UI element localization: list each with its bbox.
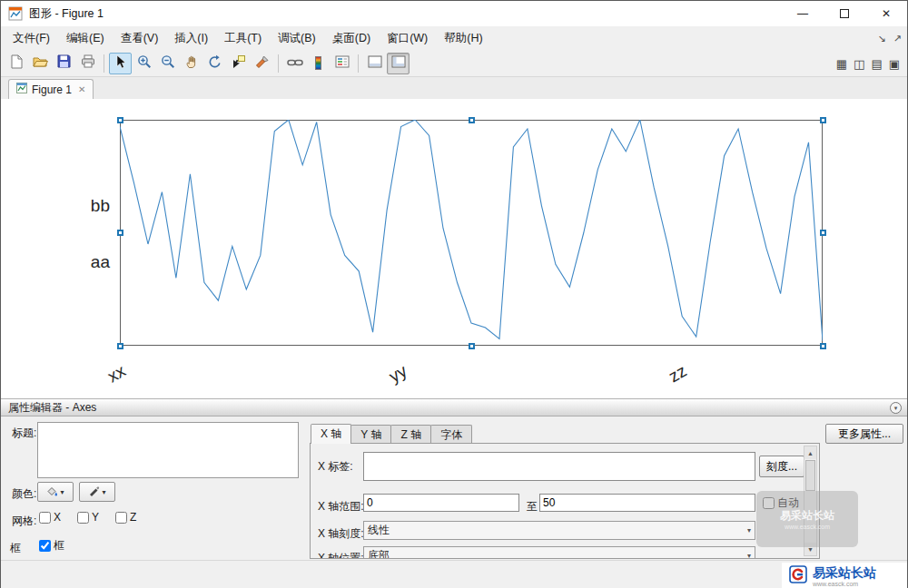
figure-toolbar: ▦ ◫ ▤ ▣ bbox=[1, 50, 907, 77]
tab-figure1[interactable]: Figure 1 ✕ bbox=[8, 79, 94, 99]
rotate-3d-button[interactable] bbox=[203, 53, 226, 74]
save-figure-button[interactable] bbox=[53, 53, 75, 74]
selection-handle-bottom-center[interactable] bbox=[469, 343, 475, 349]
brand-logo-icon bbox=[789, 565, 807, 587]
open-file-button[interactable] bbox=[29, 53, 52, 74]
brand-name: 易采站长站 bbox=[813, 566, 876, 579]
minimize-button[interactable]: — bbox=[782, 1, 824, 26]
scroll-thumb[interactable] bbox=[805, 460, 815, 491]
menu-item-insert[interactable]: 插入(I) bbox=[166, 26, 216, 50]
scroll-down-icon[interactable]: ▼ bbox=[804, 543, 816, 555]
menu-item-help[interactable]: 帮助(H) bbox=[436, 26, 490, 50]
layout-grid-icon[interactable]: ▦ bbox=[836, 57, 847, 71]
face-color-button[interactable]: ▾ bbox=[37, 482, 74, 502]
property-editor-title: 属性编辑器 - Axes bbox=[8, 400, 96, 416]
menu-item-window[interactable]: 窗口(W) bbox=[379, 26, 436, 50]
grid-x-checkbox[interactable]: X bbox=[39, 511, 61, 524]
dropdown-arrow-icon: ▾ bbox=[747, 526, 751, 534]
pan-button[interactable] bbox=[180, 53, 202, 74]
figure-tab-label: Figure 1 bbox=[32, 83, 72, 96]
figure-canvas[interactable]: bb aa xx yy zz bbox=[1, 99, 907, 398]
menu-item-edit[interactable]: 编辑(E) bbox=[58, 26, 113, 50]
tab-z-axis[interactable]: Z 轴 bbox=[390, 425, 431, 444]
selection-handle-bottom-left[interactable] bbox=[117, 343, 123, 349]
xposition-dropdown[interactable]: 底部 ▾ bbox=[363, 546, 755, 559]
xrange-min-input[interactable] bbox=[363, 494, 519, 512]
insert-colorbar-button[interactable] bbox=[307, 53, 330, 74]
collapse-panel-icon[interactable]: ▾ bbox=[890, 402, 902, 414]
xlabel-field-label: X 标签: bbox=[318, 459, 353, 475]
layout-split-vertical-icon[interactable]: ◫ bbox=[854, 57, 864, 71]
grid-z-label: Z bbox=[130, 511, 136, 524]
hide-plot-tools-icon bbox=[368, 55, 382, 72]
brush-data-button[interactable] bbox=[251, 53, 273, 74]
status-bar: 易采站长站 www.easck.com bbox=[1, 560, 907, 588]
title-input[interactable] bbox=[37, 422, 299, 478]
grid-y-label: Y bbox=[92, 511, 99, 524]
grid-y-checkbox[interactable]: Y bbox=[77, 511, 99, 524]
tab-y-axis[interactable]: Y 轴 bbox=[350, 425, 391, 444]
insert-legend-button[interactable] bbox=[331, 53, 353, 74]
menu-item-view[interactable]: 查看(V) bbox=[113, 26, 167, 50]
xlabel-input[interactable] bbox=[363, 452, 755, 481]
new-figure-icon bbox=[10, 54, 24, 73]
data-cursor-button[interactable] bbox=[227, 53, 250, 74]
ticks-button[interactable]: 刻度... bbox=[759, 456, 804, 477]
maximize-icon bbox=[840, 9, 849, 18]
layout-split-horizontal-icon[interactable]: ▤ bbox=[871, 57, 882, 71]
open-folder-icon bbox=[33, 55, 48, 72]
menu-item-file[interactable]: 文件(F) bbox=[5, 26, 58, 50]
print-figure-button[interactable] bbox=[76, 53, 99, 74]
tab-x-axis[interactable]: X 轴 bbox=[311, 424, 351, 444]
selection-handle-mid-right[interactable] bbox=[820, 230, 826, 236]
menu-item-desktop[interactable]: 桌面(D) bbox=[324, 26, 379, 50]
color-dropdown-arrow-icon: ▾ bbox=[102, 488, 105, 496]
axis-tabs: X 轴 Y 轴 Z 轴 字体 bbox=[311, 424, 471, 444]
hide-plot-tools-button[interactable] bbox=[363, 53, 386, 74]
edge-color-button[interactable]: ▾ bbox=[79, 482, 115, 502]
layout-float-icon[interactable]: ▣ bbox=[889, 57, 900, 71]
maximize-button[interactable] bbox=[824, 1, 865, 26]
selection-handle-mid-left[interactable] bbox=[117, 230, 123, 236]
range-to-label: 至 bbox=[527, 499, 538, 514]
grid-z-checkbox[interactable]: Z bbox=[115, 511, 136, 524]
selection-handle-top-center[interactable] bbox=[469, 117, 475, 123]
zoom-in-button[interactable] bbox=[133, 53, 155, 74]
link-chain-icon bbox=[287, 55, 303, 72]
menubar: 文件(F) 编辑(E) 查看(V) 插入(I) 工具(T) 调试(B) 桌面(D… bbox=[1, 26, 907, 50]
tab-font[interactable]: 字体 bbox=[430, 425, 472, 444]
paint-bucket-icon bbox=[46, 485, 58, 498]
grid-field-label: 网格: bbox=[12, 514, 36, 529]
more-properties-button[interactable]: 更多属性... bbox=[825, 424, 903, 444]
show-plot-tools-button[interactable] bbox=[387, 53, 410, 74]
xscale-dropdown[interactable]: 线性 ▾ bbox=[363, 521, 755, 540]
box-checkbox[interactable]: 框 bbox=[39, 538, 64, 554]
ytick-label-aa: aa bbox=[70, 252, 110, 272]
zoom-out-button[interactable] bbox=[156, 53, 179, 74]
hand-pan-icon bbox=[184, 54, 199, 73]
xposition-field-label: X 轴位置: bbox=[318, 551, 364, 559]
box-field-label: 框 bbox=[10, 541, 21, 556]
selection-handle-top-right[interactable] bbox=[820, 117, 826, 123]
menu-item-tools[interactable]: 工具(T) bbox=[216, 26, 270, 50]
close-button[interactable]: ✕ bbox=[865, 1, 907, 26]
auto-range-label: 自动 bbox=[777, 495, 799, 511]
new-figure-button[interactable] bbox=[5, 53, 28, 74]
save-floppy-icon bbox=[57, 54, 71, 72]
edit-plot-button[interactable] bbox=[109, 53, 132, 74]
brand-subtext: www.easck.com bbox=[813, 581, 876, 587]
auto-range-checkbox[interactable]: 自动 bbox=[763, 495, 799, 511]
tab-close-icon[interactable]: ✕ bbox=[78, 84, 85, 94]
menu-item-debug[interactable]: 调试(B) bbox=[270, 26, 324, 50]
selection-handle-top-left[interactable] bbox=[117, 117, 123, 123]
scroll-up-icon[interactable]: ▲ bbox=[804, 446, 816, 459]
xrange-max-input[interactable] bbox=[539, 494, 755, 512]
selection-handle-bottom-right[interactable] bbox=[820, 343, 826, 349]
panel-scrollbar[interactable]: ▲ ▼ bbox=[804, 446, 817, 556]
dropdown-arrow-icon: ▾ bbox=[747, 552, 751, 559]
link-plot-button[interactable] bbox=[283, 53, 306, 74]
undock-figure-icon[interactable]: ↗ bbox=[893, 33, 902, 44]
plot-line[interactable] bbox=[120, 120, 823, 346]
toolbar-separator bbox=[104, 54, 104, 73]
dock-figure-icon[interactable]: ↘ bbox=[878, 33, 886, 44]
